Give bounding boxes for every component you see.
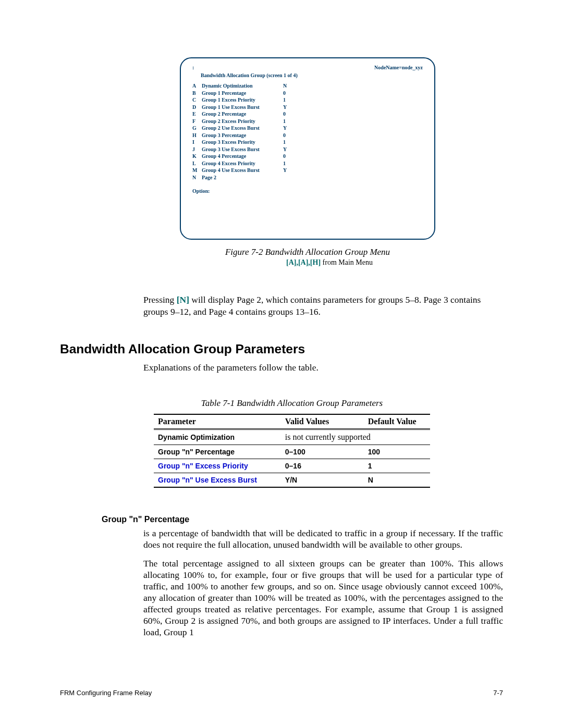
cell-default-value: 1 [364, 459, 430, 473]
table-row: Dynamic Optimizationis not currently sup… [154, 429, 430, 445]
footer-right: 7-7 [493, 689, 503, 697]
terminal-menu-row: JGroup 3 Use Excess BurstY [192, 146, 423, 153]
menu-value: 1 [283, 118, 295, 125]
table-row: Group "n" Use Excess BurstY/NN [154, 473, 430, 487]
menu-label: Group 1 Use Excess Burst [202, 104, 280, 111]
terminal-menu-list: ADynamic OptimizationNBGroup 1 Percentag… [192, 82, 423, 181]
cell-default-value: N [364, 473, 430, 487]
menu-label: Group 1 Percentage [202, 90, 280, 97]
menu-label: Group 1 Excess Priority [202, 96, 280, 104]
menu-label: Group 4 Use Excess Burst [202, 167, 280, 174]
terminal-menu-row: LGroup 4 Excess Priority1 [192, 160, 423, 167]
paragraph-2: The total percentage assigned to all six… [143, 558, 503, 638]
menu-value: 0 [283, 132, 295, 139]
menu-key: H [192, 132, 199, 139]
menu-key: C [192, 96, 199, 104]
pressing-pre: Pressing [143, 294, 177, 305]
menu-value [283, 174, 295, 181]
cell-parameter[interactable]: Group "n" Excess Priority [154, 459, 281, 473]
terminal-menu-row: MGroup 4 Use Excess BurstY [192, 167, 423, 174]
figure-sub-rest: from Main Menu [321, 258, 373, 266]
th-valid-values: Valid Values [281, 414, 364, 429]
menu-value: Y [283, 146, 295, 153]
menu-key: G [192, 125, 199, 132]
terminal-menu-row: GGroup 2 Use Excess BurstY [192, 125, 423, 132]
table-row: Group "n" Percentage0–100100 [154, 445, 430, 459]
menu-key: E [192, 110, 199, 118]
terminal-menu-row: DGroup 1 Use Excess BurstY [192, 104, 423, 111]
terminal-screen: : NodeName=node_xyz Bandwidth Allocation… [180, 57, 435, 240]
section-heading: Bandwidth Allocation Group Parameters [60, 342, 503, 356]
menu-value: 0 [283, 90, 295, 97]
menu-label: Group 2 Excess Priority [202, 118, 280, 125]
menu-key: J [192, 146, 199, 153]
menu-label: Group 3 Excess Priority [202, 139, 280, 146]
terminal-menu-row: KGroup 4 Percentage0 [192, 153, 423, 160]
table-caption: Table 7-1 Bandwidth Allocation Group Par… [154, 398, 430, 409]
figure-caption: Figure 7-2 Bandwidth Allocation Group Me… [180, 247, 435, 257]
terminal-title: Bandwidth Allocation Group (screen 1 of … [201, 72, 423, 78]
menu-value: Y [283, 167, 295, 174]
menu-value: N [283, 82, 295, 90]
menu-value: 0 [283, 110, 295, 118]
footer-left: FRM Configuring Frame Relay [60, 689, 152, 697]
cell-default-value: 100 [364, 445, 430, 459]
menu-key: B [192, 90, 199, 97]
terminal-menu-row: CGroup 1 Excess Priority1 [192, 96, 423, 104]
figure-subcaption: [A],[A],[H] from Main Menu [180, 258, 373, 267]
terminal-nodename: NodeName=node_xyz [374, 65, 423, 70]
terminal-menu-row: NPage 2 [192, 174, 423, 181]
cell-parameter: Group "n" Percentage [154, 445, 281, 459]
menu-label: Group 3 Use Excess Burst [202, 146, 280, 153]
menu-value: 1 [283, 160, 295, 167]
menu-key: K [192, 153, 199, 160]
pressing-paragraph: Pressing [N] will display Page 2, which … [143, 294, 503, 318]
menu-key: M [192, 167, 199, 174]
terminal-menu-row: ADynamic OptimizationN [192, 82, 423, 90]
menu-label: Group 4 Percentage [202, 153, 280, 160]
terminal-figure: : NodeName=node_xyz Bandwidth Allocation… [180, 57, 435, 267]
menu-key: A [192, 82, 199, 90]
cell-valid-values: is not currently supported [281, 429, 430, 445]
intro-paragraph: Explanations of the parameters follow th… [143, 362, 503, 373]
menu-label: Group 2 Use Excess Burst [202, 125, 280, 132]
cell-valid-values: 0–16 [281, 459, 364, 473]
cell-valid-values: 0–100 [281, 445, 364, 459]
menu-value: 0 [283, 153, 295, 160]
cell-valid-values: Y/N [281, 473, 364, 487]
subsection-heading: Group "n" Percentage [102, 515, 503, 524]
terminal-menu-row: HGroup 3 Percentage0 [192, 132, 423, 139]
menu-value: 1 [283, 139, 295, 146]
terminal-option: Option: [192, 188, 423, 194]
paragraph-1: is a percentage of bandwidth that will b… [143, 527, 503, 550]
menu-key: L [192, 160, 199, 167]
menu-label: Dynamic Optimization [202, 82, 280, 90]
menu-value: Y [283, 104, 295, 111]
menu-label: Group 4 Excess Priority [202, 160, 280, 167]
menu-key: F [192, 118, 199, 125]
menu-key: I [192, 139, 199, 146]
page-footer: FRM Configuring Frame Relay 7-7 [60, 689, 503, 697]
pressing-rest: will display Page 2, which contains para… [143, 294, 481, 317]
cell-parameter[interactable]: Group "n" Use Excess Burst [154, 473, 281, 487]
menu-value: Y [283, 125, 295, 132]
terminal-menu-row: EGroup 2 Percentage0 [192, 110, 423, 118]
menu-label: Group 3 Percentage [202, 132, 280, 139]
n-key-ref: [N] [177, 294, 189, 305]
table-header-row: Parameter Valid Values Default Value [154, 414, 430, 429]
menu-key: D [192, 104, 199, 111]
figure-path: [A],[A],[H] [286, 258, 321, 266]
menu-value: 1 [283, 96, 295, 104]
th-default-value: Default Value [364, 414, 430, 429]
menu-label: Page 2 [202, 174, 280, 181]
params-table: Parameter Valid Values Default Value Dyn… [154, 414, 430, 488]
terminal-colon: : [192, 65, 194, 70]
menu-label: Group 2 Percentage [202, 110, 280, 118]
terminal-menu-row: IGroup 3 Excess Priority1 [192, 139, 423, 146]
th-parameter: Parameter [154, 414, 281, 429]
cell-parameter: Dynamic Optimization [154, 429, 281, 445]
terminal-menu-row: FGroup 2 Excess Priority1 [192, 118, 423, 125]
table-row: Group "n" Excess Priority0–161 [154, 459, 430, 473]
page: : NodeName=node_xyz Bandwidth Allocation… [0, 0, 563, 728]
menu-key: N [192, 174, 199, 181]
